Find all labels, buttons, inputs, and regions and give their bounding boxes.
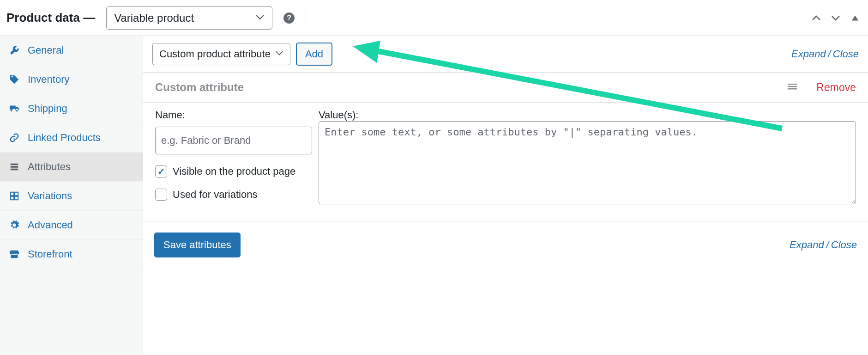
list-icon: [9, 162, 19, 172]
sidebar-item-advanced[interactable]: Advanced: [0, 211, 143, 240]
sidebar: General Inventory Shipping Linked Produc…: [0, 36, 143, 355]
toggle-panel-icon[interactable]: [849, 12, 862, 24]
values-label: Value(s):: [319, 109, 856, 121]
move-up-icon[interactable]: [810, 12, 823, 24]
attribute-values-textarea[interactable]: [319, 121, 856, 204]
attribute-type-select[interactable]: Custom product attribute: [152, 43, 290, 65]
used-for-variations-checkbox-row[interactable]: Used for variations: [155, 189, 312, 201]
checkbox-checked-icon: [155, 165, 167, 178]
move-down-icon[interactable]: [829, 12, 842, 24]
sidebar-item-label: Advanced: [28, 219, 73, 231]
name-label: Name:: [155, 109, 312, 121]
sidebar-item-general[interactable]: General: [0, 36, 143, 65]
attribute-name-input[interactable]: [155, 127, 312, 154]
expand-link-bottom[interactable]: Expand: [790, 239, 824, 251]
chevron-down-icon: [255, 12, 265, 24]
chevron-down-icon: [275, 48, 283, 60]
separator: /: [826, 239, 829, 251]
sidebar-item-label: Variations: [28, 190, 72, 202]
sidebar-item-label: Linked Products: [28, 132, 101, 144]
close-link[interactable]: Close: [833, 48, 859, 60]
sidebar-item-shipping[interactable]: Shipping: [0, 94, 143, 123]
grid-icon: [9, 191, 19, 201]
drag-handle-icon[interactable]: [787, 81, 798, 94]
sidebar-item-label: Shipping: [28, 103, 67, 115]
help-icon[interactable]: ?: [283, 12, 295, 24]
sidebar-item-inventory[interactable]: Inventory: [0, 65, 143, 94]
sidebar-item-label: Storefront: [28, 248, 72, 260]
gear-icon: [9, 220, 19, 230]
tag-icon: [9, 74, 19, 85]
sidebar-item-attributes[interactable]: Attributes: [0, 153, 143, 182]
attribute-title: Custom attribute: [155, 81, 244, 94]
wrench-icon: [9, 45, 19, 55]
svg-rect-1: [788, 86, 797, 87]
sidebar-item-variations[interactable]: Variations: [0, 182, 143, 211]
separator: /: [828, 48, 831, 60]
svg-rect-2: [788, 88, 797, 90]
close-link-bottom[interactable]: Close: [831, 239, 857, 251]
product-type-select[interactable]: Variable product: [106, 6, 272, 30]
product-type-value: Variable product: [114, 12, 194, 24]
checkbox-unchecked-icon: [155, 189, 167, 201]
add-attribute-button[interactable]: Add: [296, 43, 332, 66]
save-attributes-button[interactable]: Save attributes: [154, 233, 241, 257]
sidebar-item-label: General: [28, 44, 64, 56]
sidebar-item-linked-products[interactable]: Linked Products: [0, 123, 143, 153]
visible-checkbox-label: Visible on the product page: [173, 165, 295, 178]
page-title: Product data —: [6, 11, 95, 25]
attribute-type-value: Custom product attribute: [159, 48, 271, 60]
store-icon: [9, 249, 19, 259]
expand-link[interactable]: Expand: [791, 48, 826, 60]
sidebar-item-label: Attributes: [28, 161, 71, 173]
sidebar-item-storefront[interactable]: Storefront: [0, 240, 143, 269]
truck-icon: [9, 104, 19, 114]
remove-attribute-link[interactable]: Remove: [816, 81, 856, 94]
link-icon: [9, 133, 19, 143]
svg-rect-0: [788, 84, 797, 85]
used-checkbox-label: Used for variations: [173, 189, 257, 201]
divider: [306, 10, 306, 26]
visible-checkbox-row[interactable]: Visible on the product page: [155, 165, 312, 178]
sidebar-item-label: Inventory: [28, 73, 70, 86]
